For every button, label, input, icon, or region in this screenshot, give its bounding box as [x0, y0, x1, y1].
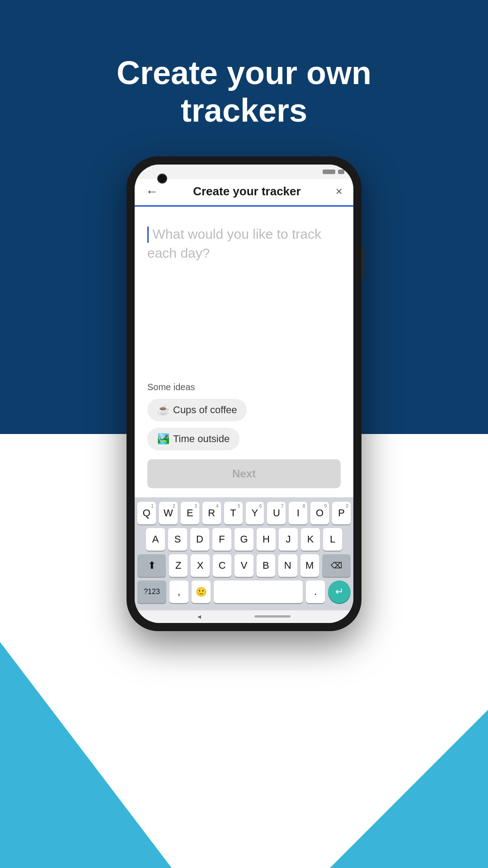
num-key[interactable]: ?123: [137, 580, 166, 603]
enter-key[interactable]: ↵: [328, 580, 351, 603]
phone-mockup: ← Create your tracker × What would you l…: [0, 156, 488, 631]
key-B[interactable]: B: [257, 554, 275, 577]
emoji-key[interactable]: 🙂: [192, 580, 211, 603]
key-G[interactable]: G: [235, 528, 253, 551]
key-N[interactable]: N: [278, 554, 297, 577]
key-O[interactable]: 9O: [310, 502, 329, 524]
key-I[interactable]: 8I: [289, 502, 307, 524]
key-D[interactable]: D: [190, 528, 209, 551]
keyboard: 1Q 2W 3E 4R 5T 6Y 7U 8I 9O 0P A S D F: [135, 497, 353, 610]
key-Z[interactable]: Z: [169, 554, 188, 577]
key-F[interactable]: F: [212, 528, 231, 551]
key-A[interactable]: A: [146, 528, 165, 551]
nav-back-arrow[interactable]: ◂: [197, 612, 201, 621]
page-title: Create your own trackers: [0, 0, 488, 129]
next-button[interactable]: Next: [147, 459, 341, 488]
key-K[interactable]: K: [301, 528, 320, 551]
key-S[interactable]: S: [168, 528, 187, 551]
idea-chip-coffee[interactable]: ☕ Cups of coffee: [147, 399, 247, 421]
key-H[interactable]: H: [257, 528, 276, 551]
key-U[interactable]: 7U: [267, 502, 286, 524]
key-M[interactable]: M: [300, 554, 319, 577]
status-bar: [135, 165, 353, 179]
phone-screen: ← Create your tracker × What would you l…: [135, 165, 353, 623]
comma-key[interactable]: ,: [169, 580, 188, 603]
key-L[interactable]: L: [323, 528, 342, 551]
key-C[interactable]: C: [213, 554, 231, 577]
tracker-input-area[interactable]: What would you like to track each day?: [147, 225, 341, 382]
key-Q[interactable]: 1Q: [137, 502, 156, 524]
key-P[interactable]: 0P: [332, 502, 351, 524]
keyboard-row-4: ?123 , 🙂 . ↵: [137, 580, 351, 603]
app-header-title: Create your tracker: [193, 184, 300, 198]
keyboard-row-3: ⬆ Z X C V B N M ⌫: [137, 554, 351, 577]
key-V[interactable]: V: [235, 554, 253, 577]
keyboard-row-2: A S D F G H J K L: [137, 528, 351, 551]
power-button: [361, 247, 364, 278]
space-key[interactable]: [214, 580, 303, 603]
app-content: What would you like to track each day? S…: [135, 207, 353, 497]
key-T[interactable]: 5T: [224, 502, 243, 524]
ideas-row: ☕ Cups of coffee 🏞️ Time outside: [147, 399, 341, 450]
keyboard-row-1: 1Q 2W 3E 4R 5T 6Y 7U 8I 9O 0P: [137, 502, 351, 524]
some-ideas-label: Some ideas: [147, 382, 341, 392]
period-key[interactable]: .: [306, 580, 325, 603]
text-cursor: [147, 226, 149, 243]
backspace-key[interactable]: ⌫: [322, 554, 351, 577]
home-bar-pill[interactable]: [254, 615, 291, 618]
key-W[interactable]: 2W: [159, 502, 178, 524]
phone-home-bar: ◂: [135, 610, 353, 623]
coffee-emoji: ☕: [157, 404, 169, 416]
shift-key[interactable]: ⬆: [137, 554, 166, 577]
outside-label: Time outside: [173, 433, 230, 445]
coffee-label: Cups of coffee: [173, 404, 237, 416]
close-button[interactable]: ×: [336, 184, 343, 198]
input-placeholder: What would you like to track each day?: [147, 226, 321, 260]
outside-emoji: 🏞️: [157, 433, 169, 445]
back-button[interactable]: ←: [145, 184, 158, 199]
key-R[interactable]: 4R: [202, 502, 221, 524]
camera-dot: [157, 174, 167, 184]
key-X[interactable]: X: [191, 554, 209, 577]
app-header: ← Create your tracker ×: [135, 179, 353, 207]
idea-chip-outside[interactable]: 🏞️ Time outside: [147, 428, 239, 450]
key-E[interactable]: 3E: [181, 502, 199, 524]
key-J[interactable]: J: [279, 528, 298, 551]
key-Y[interactable]: 6Y: [246, 502, 264, 524]
